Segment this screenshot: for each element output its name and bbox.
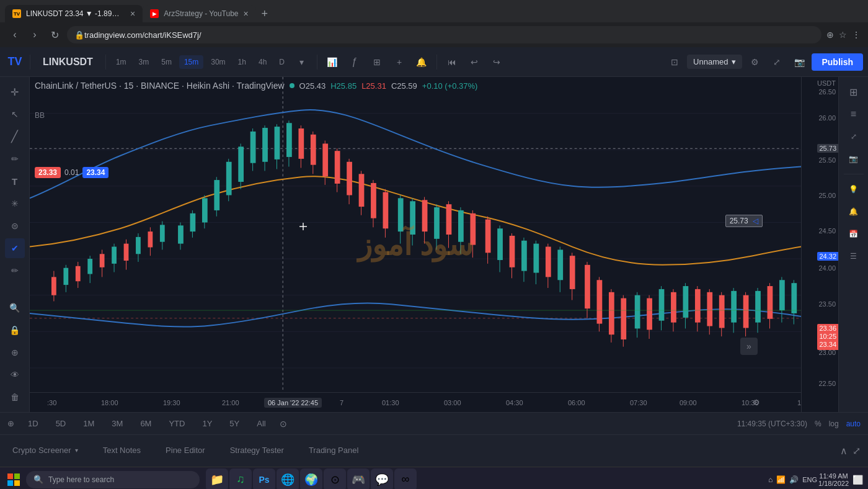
start-button[interactable] <box>2 469 25 490</box>
extension-btn[interactable]: ⊕ <box>826 30 834 40</box>
games-app[interactable]: 🎮 <box>347 469 370 490</box>
tab-crypto-screener[interactable]: Crypto Screener ▾ <box>0 435 91 467</box>
discord-app[interactable]: 💬 <box>371 469 393 490</box>
spotify-app[interactable]: ♫ <box>229 469 252 490</box>
settings-btn[interactable]: ⋮ <box>852 30 861 40</box>
tf-d[interactable]: D <box>274 55 290 69</box>
period-6m[interactable]: 6M <box>136 418 155 429</box>
youtube-tab-close[interactable]: × <box>243 9 248 19</box>
compare-btn[interactable]: ⊕ <box>7 419 14 428</box>
list-icon[interactable]: ☰ <box>844 246 864 266</box>
svg-rect-61 <box>347 162 352 195</box>
tf-more-btn[interactable]: ▾ <box>292 52 312 72</box>
svg-rect-119 <box>707 292 712 326</box>
active-tool[interactable]: ✔ <box>5 238 25 258</box>
period-3m[interactable]: 3M <box>108 418 126 429</box>
crosshair-tool[interactable]: ✛ <box>5 82 25 102</box>
clock-app[interactable]: ⊙ <box>324 469 346 490</box>
cursor-tool[interactable]: ↖ <box>5 104 25 124</box>
new-tab-button[interactable]: + <box>256 5 273 22</box>
redo-btn[interactable]: ↪ <box>487 52 507 72</box>
fullscreen-btn[interactable]: ⤢ <box>767 52 787 72</box>
notification-btn[interactable]: ⬜ <box>850 475 866 485</box>
lock-tool[interactable]: 🔒 <box>5 320 25 340</box>
fullscreen-chart-btn[interactable]: ⊡ <box>665 52 684 72</box>
publish-button[interactable]: Publish <box>812 53 863 71</box>
forward-button[interactable]: › <box>27 27 42 42</box>
tf-1m[interactable]: 1m <box>111 55 131 69</box>
tf-1h[interactable]: 1h <box>233 55 251 69</box>
undo-btn[interactable]: ↩ <box>464 52 484 72</box>
bookmark-btn[interactable]: ☆ <box>839 30 847 40</box>
percent-btn[interactable]: % <box>815 419 822 428</box>
chart-type-btn[interactable]: 📊 <box>322 52 342 72</box>
delete-tool[interactable]: 🗑 <box>5 387 25 407</box>
period-1d[interactable]: 1D <box>24 418 42 429</box>
antivirus-app[interactable]: 🌐 <box>277 469 299 490</box>
live-dot <box>290 83 294 88</box>
tab-trading-panel[interactable]: Trading Panel <box>296 435 371 467</box>
tf-4h[interactable]: 4h <box>254 55 272 69</box>
edit-tool[interactable]: ✏ <box>5 261 25 280</box>
refresh-button[interactable]: ↻ <box>47 27 62 42</box>
tf-30m[interactable]: 30m <box>206 55 230 69</box>
tab-close-btn[interactable]: × <box>130 9 135 19</box>
tab-text-notes[interactable]: Text Notes <box>91 435 153 467</box>
time-axis-settings[interactable]: ⚙ <box>753 398 760 407</box>
panel-collapse-btn[interactable]: ∧ <box>840 445 848 457</box>
pencil-tool[interactable]: ✏ <box>5 149 25 169</box>
zoom-tool[interactable]: 🔍 <box>5 298 25 318</box>
system-time[interactable]: 11:49 AM 1/18/2022 <box>818 472 849 487</box>
svg-rect-19 <box>87 259 92 274</box>
svg-rect-95 <box>557 249 563 280</box>
tf-3m[interactable]: 3m <box>134 55 154 69</box>
templates-btn[interactable]: ⊞ <box>367 52 387 72</box>
file-explorer-app[interactable]: 📁 <box>206 469 228 490</box>
draw-tool[interactable]: ╱ <box>5 127 25 146</box>
active-tab[interactable]: TV LINKUSDT 23.34 ▼ -1.89% Unn... × <box>5 5 143 22</box>
alerts-btn[interactable]: 🔔 <box>412 52 432 72</box>
add-indicator-btn[interactable]: + <box>389 52 409 72</box>
calendar-icon[interactable]: 📅 <box>844 224 864 244</box>
symbol-label[interactable]: LINKUSDT <box>35 56 100 68</box>
period-1y[interactable]: 1Y <box>198 418 216 429</box>
tab-strategy-tester[interactable]: Strategy Tester <box>218 435 296 467</box>
infinity-app[interactable]: ∞ <box>394 469 417 490</box>
layout-btn[interactable]: Unnamed ▾ <box>687 55 742 69</box>
taskbar-search[interactable]: 🔍 Type here to search <box>26 471 200 488</box>
address-bar[interactable]: 🔒 tradingview.com/chart/iKSEwd7j/ <box>67 26 822 43</box>
eye-tool[interactable]: 👁 <box>5 365 25 385</box>
layout-icon[interactable]: ⊞ <box>844 82 864 102</box>
text-tool[interactable]: T <box>5 171 25 191</box>
period-ytd[interactable]: YTD <box>165 418 188 429</box>
period-all[interactable]: All <box>253 418 269 429</box>
alerts-right-icon[interactable]: 🔔 <box>844 202 864 222</box>
tf-15m[interactable]: 15m <box>179 55 203 69</box>
screenshot-right-icon[interactable]: 📷 <box>844 149 864 169</box>
shape-tool[interactable]: ✳ <box>5 194 25 213</box>
settings-right-icon[interactable]: ≡ <box>844 104 864 124</box>
replay-icon[interactable]: ⊙ <box>280 419 287 429</box>
period-1m[interactable]: 1M <box>79 418 98 429</box>
panel-expand-btn[interactable]: ⤢ <box>852 445 861 457</box>
ideas-icon[interactable]: 💡 <box>844 179 864 199</box>
back-button[interactable]: ‹ <box>7 27 22 42</box>
tab-pine-editor[interactable]: Pine Editor <box>153 435 218 467</box>
period-5d[interactable]: 5D <box>52 418 70 429</box>
chart-canvas[interactable]: » <box>30 77 801 392</box>
expand-icon[interactable]: ⤢ <box>844 127 864 146</box>
period-5y[interactable]: 5Y <box>226 418 243 429</box>
log-btn[interactable]: log <box>829 419 839 428</box>
zoom-button[interactable]: » <box>740 338 758 355</box>
photoshop-app[interactable]: Ps <box>253 469 275 490</box>
indicators-btn[interactable]: ƒ <box>345 52 365 72</box>
magnet-tool[interactable]: ⊕ <box>5 343 25 362</box>
auto-btn[interactable]: auto <box>846 419 861 428</box>
chrome-app[interactable]: 🌍 <box>300 469 322 490</box>
youtube-tab[interactable]: ▶ ArzStrategy - YouTube × <box>143 5 255 22</box>
measure-tool[interactable]: ⊜ <box>5 216 25 236</box>
settings-toolbar-btn[interactable]: ⚙ <box>745 52 764 72</box>
screenshot-btn[interactable]: 📷 <box>789 52 809 72</box>
replay-btn[interactable]: ⏮ <box>442 52 462 72</box>
tf-5m[interactable]: 5m <box>156 55 177 69</box>
